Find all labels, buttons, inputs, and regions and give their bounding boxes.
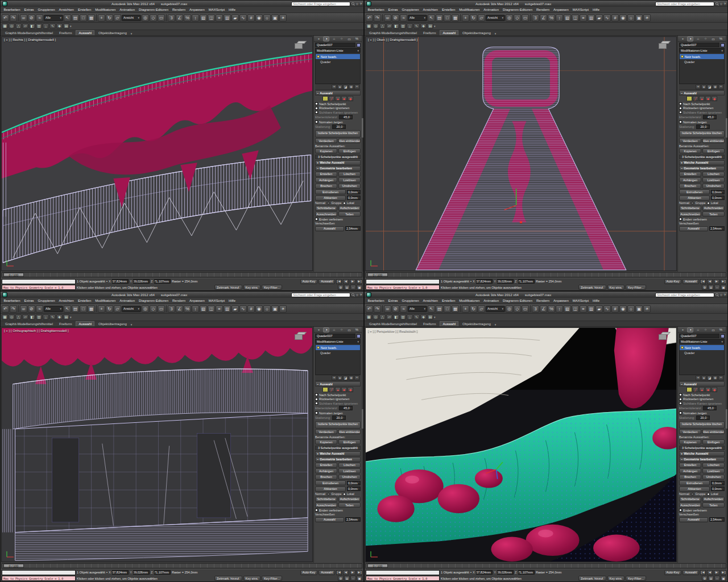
rollout-auswahl-header[interactable]: − Auswahl — [679, 90, 725, 95]
curve-editor-icon[interactable]: ∿ — [239, 305, 247, 313]
select-and-scale-icon[interactable]: ▱ — [478, 305, 485, 313]
motion-tab-icon[interactable]: ○ — [338, 327, 345, 332]
auto-key-button[interactable]: Auto-Key — [664, 279, 682, 284]
vertex-mode-icon[interactable]: ∴ — [686, 387, 692, 392]
menu-animation[interactable]: Animation — [482, 8, 501, 11]
weld-selected-button[interactable]: Auswahl — [679, 517, 708, 522]
unhide-all-button[interactable]: Alles einblenden — [338, 429, 361, 434]
modify-tab-icon[interactable]: ◑ — [323, 36, 329, 41]
viewcube-top-face[interactable] — [660, 332, 671, 335]
slice-button[interactable]: Aufschneiden — [702, 497, 725, 502]
slice-button[interactable]: Aufschneiden — [702, 206, 725, 211]
menu-animation[interactable]: Animation — [118, 8, 137, 11]
create-button[interactable]: Erstellen — [679, 172, 701, 177]
delete-button[interactable]: Löschen — [338, 463, 361, 468]
menu-maxscript[interactable]: MAXScript — [206, 8, 226, 11]
utilities-tab-icon[interactable]: % — [354, 36, 360, 41]
normal-local-radio[interactable] — [343, 493, 346, 496]
menu-diagramm-editoren[interactable]: Diagramm-Editoren — [501, 8, 535, 11]
menu-bearbeiten[interactable]: Bearbeiten — [2, 8, 22, 11]
ribbon-tool-icon[interactable]: ▤ — [427, 314, 433, 320]
bind-to-space-warp-icon[interactable]: ≈ — [36, 305, 43, 313]
next-frame-icon[interactable]: ►| — [357, 570, 362, 575]
weld-selected-button[interactable]: Auswahl — [315, 226, 344, 231]
refine-ends-checkbox[interactable] — [315, 218, 318, 221]
ribbon-tab-objektuebertragung[interactable]: Objektübertragung — [96, 31, 129, 35]
ribbon-tool-icon[interactable]: ◎ — [9, 314, 15, 320]
menu-rendern[interactable]: Rendern — [171, 299, 188, 302]
viewcube-top-face[interactable] — [296, 332, 307, 335]
unhide-all-button[interactable]: Alles einblenden — [702, 138, 725, 143]
selection-lock-icon[interactable]: ▪ — [470, 571, 471, 574]
chamfer-button[interactable]: Abkanten — [315, 196, 346, 201]
ribbon-tab-graphit[interactable]: Graphit-Modellierungshilfsmittel — [3, 31, 55, 35]
ribbon-tool-icon[interactable]: ▱ — [386, 314, 392, 320]
go-to-start-icon[interactable]: |◄ — [336, 570, 342, 575]
unlink-selection-icon[interactable]: ⊘ — [28, 305, 35, 313]
render-setup-icon[interactable]: ☼ — [263, 305, 271, 313]
viewport-label[interactable]: [ + ] [ Orthographisch ] [ Drahtgittermo… — [4, 329, 69, 332]
viewport[interactable]: [ + ] [ Orthographisch ] [ Drahtgittermo… — [1, 327, 313, 562]
viewport-label[interactable]: [ + ] [ Rechts ] [ Drahtgittermodell ] — [4, 38, 56, 41]
zoom-icon[interactable]: ⊕ — [338, 576, 344, 581]
delete-isolated-vertices-button[interactable]: Isolierte Scheitelpunkte löschen — [679, 130, 725, 138]
bind-to-space-warp-icon[interactable]: ≈ — [400, 14, 407, 22]
modifier-stack-item-netz-bearb[interactable]: Netz bearb. — [680, 54, 724, 59]
time-slider[interactable]: 0 / 100 — [366, 563, 726, 568]
ribbon-tool-icon[interactable]: ◧ — [29, 314, 35, 320]
next-frame-icon[interactable]: ►| — [357, 279, 362, 284]
use-pivot-point-icon[interactable]: ◎ — [506, 14, 513, 22]
menu-gruppieren[interactable]: Gruppieren — [400, 299, 421, 302]
search-icon[interactable] — [351, 293, 354, 296]
z-coordinate-field[interactable]: 71,107mm — [154, 570, 171, 575]
align-icon[interactable]: ≡ — [580, 305, 587, 313]
viewport[interactable]: [ + ] [ Perspektive ] [ Realistisch ] — [365, 327, 677, 562]
layer-manager-icon[interactable]: ▥ — [224, 14, 231, 22]
show-normals-checkbox[interactable] — [679, 411, 682, 414]
edge-mode-icon[interactable]: ╱ — [693, 387, 698, 392]
menu-ansichten[interactable]: Ansichten — [421, 299, 440, 302]
ribbon-tool-icon[interactable]: ⌂ — [407, 314, 413, 320]
select-by-name-icon[interactable]: ▤ — [436, 14, 443, 22]
detach-button[interactable]: Loslösen — [338, 177, 361, 182]
ribbon-tab-freiform[interactable]: Freiform — [421, 31, 438, 35]
viewcube-front-face[interactable] — [659, 43, 667, 49]
ribbon-options-caret-icon[interactable]: ▾ — [70, 315, 72, 319]
ribbon-options-caret-icon[interactable]: ▾ — [434, 315, 436, 319]
menu-diagramm-editoren[interactable]: Diagramm-Editoren — [501, 299, 535, 302]
viewcube-front-face[interactable] — [295, 334, 303, 340]
modifier-list-dropdown[interactable]: Modifikatoren-Liste ▾ — [315, 48, 361, 53]
remove-modifier-icon[interactable]: ⊗ — [349, 376, 354, 380]
reference-coordinate-system-combo[interactable]: Ansicht▾ — [122, 306, 141, 312]
turn-button[interactable]: Umdrehen — [338, 475, 361, 480]
turn-button[interactable]: Umdrehen — [702, 184, 725, 189]
menu-ansichten[interactable]: Ansichten — [57, 8, 76, 11]
make-unique-icon[interactable]: ◪ — [707, 376, 712, 380]
remove-modifier-icon[interactable]: ⊗ — [713, 85, 718, 89]
cut-button[interactable]: Ausschneiden — [315, 211, 337, 217]
auto-key-button[interactable]: Auto-Key — [300, 570, 318, 575]
ribbon-minimize-caret-icon[interactable]: ▾ — [131, 323, 133, 326]
viewcube-gizmo[interactable] — [295, 332, 305, 340]
normals-scale-spinner[interactable]: 20,0↕ — [332, 124, 346, 129]
spinner-arrows-icon[interactable]: ↕ — [722, 481, 723, 484]
schematic-view-icon[interactable]: # — [611, 14, 619, 22]
paste-named-selection-button[interactable]: Einfügen — [338, 439, 361, 444]
object-name-field[interactable]: Quader007 — [315, 334, 355, 338]
spinner-arrows-icon[interactable]: ↕ — [722, 190, 723, 193]
attach-button[interactable]: Anhängen — [315, 468, 337, 473]
z-coordinate-field[interactable]: 71,107mm — [154, 279, 171, 284]
set-key-button[interactable]: Key eins. — [243, 576, 261, 581]
object-name-field[interactable]: Quader007 — [315, 43, 355, 47]
favorites-star-icon[interactable]: ☆ — [355, 2, 358, 6]
zoom-extents-icon[interactable]: ⊞ — [708, 285, 714, 290]
slice-button[interactable]: Aufschneiden — [338, 206, 361, 211]
x-coordinate-field[interactable]: 57,824mm — [476, 570, 493, 575]
previous-frame-icon[interactable]: ◄ — [707, 570, 713, 575]
selection-region-icon[interactable]: □ — [80, 14, 87, 22]
rollout-weiche-auswahl-header[interactable]: + Weiche Auswahl — [315, 451, 361, 456]
modifier-list-dropdown[interactable]: Modifikatoren-Liste ▾ — [679, 48, 725, 53]
ribbon-tool-icon[interactable]: ▦ — [366, 314, 372, 320]
viewport-label[interactable]: [ + ] [ Oben ] [ Drahtgittermodell ] — [368, 38, 417, 41]
select-and-rotate-icon[interactable]: ↻ — [106, 14, 113, 22]
